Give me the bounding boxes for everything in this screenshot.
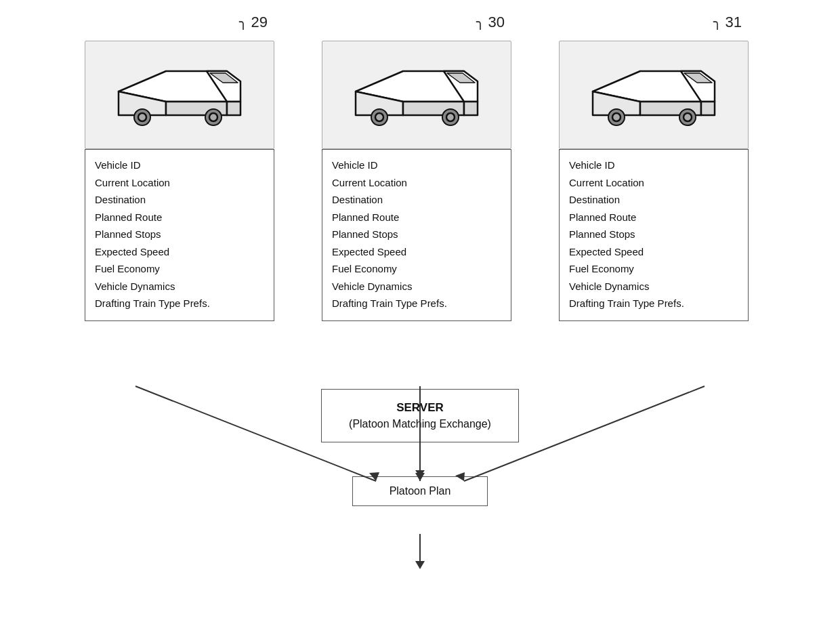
- truck-svg-31: [579, 51, 728, 139]
- truck-svg-30: [342, 51, 491, 139]
- info-item-0: Vehicle ID: [569, 157, 738, 174]
- info-item-0: Vehicle ID: [332, 157, 501, 174]
- svg-marker-22: [464, 102, 478, 115]
- info-item-3: Planned Route: [95, 209, 264, 226]
- vehicle-label-30: ╮ 30: [476, 14, 505, 31]
- info-item-5: Expected Speed: [332, 243, 501, 261]
- svg-marker-12: [227, 102, 240, 115]
- info-item-1: Current Location: [332, 174, 501, 192]
- vehicle-image-29: [85, 41, 274, 149]
- vehicle-image-30: [322, 41, 511, 149]
- svg-point-25: [375, 113, 383, 121]
- info-item-1: Current Location: [95, 174, 264, 192]
- svg-marker-7: [415, 561, 425, 569]
- info-item-4: Planned Stops: [332, 226, 501, 243]
- diagram-container: ╮ 29: [0, 0, 840, 643]
- server-section: SERVER (Platoon Matching Exchange) Plato…: [321, 389, 519, 507]
- platoon-plan-box: Platoon Plan: [352, 476, 488, 506]
- vehicle-number-29: 29: [251, 14, 268, 31]
- svg-point-17: [209, 113, 217, 121]
- info-item-2: Destination: [95, 191, 264, 209]
- svg-point-27: [446, 113, 455, 121]
- info-item-2: Destination: [569, 191, 738, 209]
- vehicle-label-29: ╮ 29: [239, 14, 268, 31]
- svg-marker-32: [701, 102, 715, 115]
- vehicle-info-29: Vehicle ID Current Location Destination …: [85, 149, 274, 321]
- platoon-plan-label: Platoon Plan: [390, 485, 451, 497]
- svg-point-15: [138, 113, 146, 121]
- info-item-5: Expected Speed: [569, 243, 738, 261]
- tick-icon-30: ╮: [476, 14, 484, 30]
- info-item-8: Drafting Train Type Prefs.: [569, 295, 738, 312]
- vehicle-info-30: Vehicle ID Current Location Destination …: [322, 149, 511, 321]
- info-item-1: Current Location: [569, 174, 738, 192]
- tick-icon-31: ╮: [713, 14, 721, 30]
- info-item-6: Fuel Economy: [332, 260, 501, 278]
- vehicle-info-31: Vehicle ID Current Location Destination …: [559, 149, 749, 321]
- info-item-7: Vehicle Dynamics: [332, 278, 501, 295]
- server-subtitle: (Platoon Matching Exchange): [349, 416, 491, 432]
- svg-point-37: [684, 113, 692, 121]
- info-item-8: Drafting Train Type Prefs.: [332, 295, 501, 312]
- arrow-server-to-plan: [419, 442, 421, 476]
- info-item-7: Vehicle Dynamics: [95, 278, 264, 295]
- info-item-4: Planned Stops: [95, 226, 264, 243]
- info-item-0: Vehicle ID: [95, 157, 264, 174]
- info-item-5: Expected Speed: [95, 243, 264, 261]
- info-item-8: Drafting Train Type Prefs.: [95, 295, 264, 312]
- info-item-4: Planned Stops: [569, 226, 738, 243]
- info-item-7: Vehicle Dynamics: [569, 278, 738, 295]
- vehicle-block-30: ╮ 30: [322, 41, 518, 321]
- vehicle-number-30: 30: [488, 14, 505, 31]
- svg-point-35: [612, 113, 621, 121]
- server-title: SERVER: [349, 399, 491, 417]
- tick-icon: ╮: [239, 14, 247, 30]
- vehicle-label-31: ╮ 31: [713, 14, 742, 31]
- info-item-2: Destination: [332, 191, 501, 209]
- info-item-6: Fuel Economy: [95, 260, 264, 278]
- vehicle-block-29: ╮ 29: [85, 41, 281, 321]
- server-box: SERVER (Platoon Matching Exchange): [321, 389, 519, 443]
- vehicle-image-31: [559, 41, 749, 149]
- truck-svg-29: [105, 51, 254, 139]
- info-item-6: Fuel Economy: [569, 260, 738, 278]
- vehicle-block-31: ╮ 31: [559, 41, 755, 321]
- info-item-3: Planned Route: [332, 209, 501, 226]
- info-item-3: Planned Route: [569, 209, 738, 226]
- vehicle-number-31: 31: [726, 14, 742, 31]
- vehicles-row: ╮ 29: [0, 41, 840, 321]
